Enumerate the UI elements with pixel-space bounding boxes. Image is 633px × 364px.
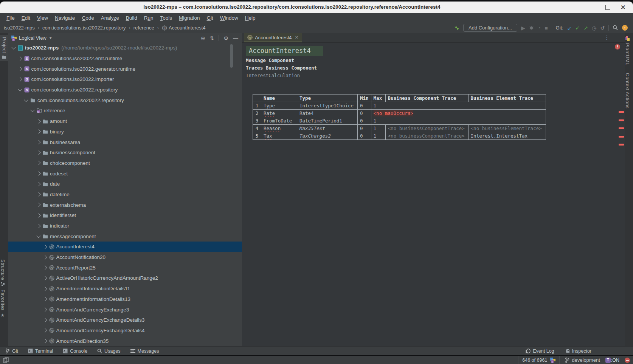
breadcrumb-item[interactable]: reference [133,25,154,31]
tree-scrollbar[interactable] [230,44,233,68]
table-cell[interactable]: 0 [358,102,371,110]
tree-item-messagecomponent[interactable]: messagecomponent [8,231,242,242]
chevron-down-icon[interactable]: ▼ [49,36,53,40]
tree-item-com.iconsolutions.iso20022.repository[interactable]: com.iconsolutions.iso20022.repository [8,95,242,105]
table-cell[interactable]: 1 [371,132,385,140]
chevron-right-icon[interactable] [36,182,40,186]
breadcrumb-item[interactable]: com.iconsolutions.iso20022.repository [42,25,126,31]
tree-item-date[interactable]: date [8,179,242,189]
tab-close-icon[interactable]: ✕ [295,35,299,40]
table-cell[interactable]: Type [261,102,297,110]
gear-icon[interactable]: ⚙ [223,35,228,41]
tree-item-datetime[interactable]: datetime [8,189,242,200]
tree-item-iso20022-mps[interactable]: iso20022-mps(/home/tomb/repos/iso20022-m… [8,43,242,53]
breadcrumb-item[interactable]: iso20022-mps [4,25,35,31]
chevron-right-icon[interactable] [43,287,47,291]
chevron-right-icon[interactable] [18,67,22,71]
chevron-right-icon[interactable] [43,245,47,249]
table-cell[interactable]: 0 [358,125,371,132]
tool-button-console[interactable]: Console [63,349,87,354]
chevron-right-icon[interactable] [43,266,47,270]
chevron-right-icon[interactable] [36,161,40,165]
chevron-right-icon[interactable] [43,255,47,259]
tab-options-kebab-icon[interactable]: ⋮ [604,34,610,40]
chevron-right-icon[interactable] [36,213,40,217]
editor-traced-component[interactable]: InterestCalculation [246,73,300,78]
menu-migration[interactable]: Migration [175,15,203,21]
chevron-right-icon[interactable] [36,130,40,134]
table-cell[interactable]: Reason [261,125,297,132]
chevron-right-icon[interactable] [43,328,47,333]
tree-item-amount[interactable]: amount [8,116,242,127]
hide-panel-icon[interactable]: — [233,35,238,41]
history-clock-icon[interactable]: ◷ [592,25,596,31]
git-update-icon[interactable]: ↙ [567,25,572,31]
error-stripe-mark[interactable] [619,136,624,138]
menu-analyze[interactable]: Analyze [98,15,123,21]
table-cell[interactable]: 1 [371,102,546,110]
chevron-right-icon[interactable] [43,297,47,301]
tree-item-codeset[interactable]: codeset [8,168,242,179]
minimize-button[interactable] [591,6,595,9]
tree-item-businessarea[interactable]: businessarea [8,137,242,147]
chevron-right-icon[interactable] [43,307,47,311]
tree-item-com.iconsolutions.iso20022.importer[interactable]: Scom.iconsolutions.iso20022.importer [8,74,242,85]
chevron-right-icon[interactable] [36,150,40,155]
menu-edit[interactable]: Edit [18,15,34,21]
tree-item-reference[interactable]: Mreference [8,105,242,116]
chevron-down-icon[interactable] [24,98,28,102]
tree-item-accountreport25[interactable]: NAccountReport25 [8,262,242,273]
profiler-icon[interactable]: ◔ [538,25,541,31]
tree-item-amountanddirection35[interactable]: NAmountAndDirection35 [8,336,242,346]
menu-window[interactable]: Window [217,15,242,21]
tool-button-event-log[interactable]: Event Log [526,349,554,354]
locate-icon[interactable]: ⊕ [201,35,205,41]
tree-item-com.iconsolutions.iso20022.emf.runtime[interactable]: Scom.iconsolutions.iso20022.emf.runtime [8,53,242,64]
table-cell[interactable]: Tax [261,132,297,140]
table-cell[interactable]: TaxCharges2 [297,132,358,140]
breadcrumb-item[interactable]: NAccountInterest4 [162,25,206,31]
editor-tab-accountinterest4[interactable]: N AccountInterest4 ✕ [244,33,302,42]
table-cell[interactable]: DateTimePeriod1 [297,117,358,125]
git-push-icon[interactable]: ↗ [583,25,588,31]
chevron-right-icon[interactable] [43,339,47,343]
error-stripe-mark[interactable] [619,127,624,129]
add-configuration-button[interactable]: Add Configuration... [463,24,517,32]
table-cell[interactable]: FromToDate [261,117,297,125]
chevron-down-icon[interactable] [18,87,22,91]
caret-position-segment[interactable]: 646 of 6961 DLS [518,356,560,364]
table-cell[interactable]: <no maxOccurs> [371,110,546,117]
git-commit-check-icon[interactable]: ✓ [576,25,580,31]
build-wrench-icon[interactable]: 🔧︎ [454,25,459,31]
table-cell[interactable]: 0 [358,110,371,117]
table-cell[interactable]: InterestType1Choice [297,102,358,110]
tree-item-com.iconsolutions.iso20022.repository[interactable]: Scom.iconsolutions.iso20022.repository [8,85,242,95]
tree-item-amendmentinformationdetails11[interactable]: NAmendmentInformationDetails11 [8,283,242,294]
error-stripe-mark[interactable] [619,111,624,113]
chevron-right-icon[interactable] [43,318,47,322]
tree-item-accountinterest4[interactable]: NAccountInterest4 [8,242,242,252]
table-cell[interactable]: 1 [371,117,546,125]
chevron-right-icon[interactable] [36,140,40,144]
tree-item-com.iconsolutions.iso20022.generator.runtime[interactable]: Scom.iconsolutions.iso20022.generator.ru… [8,64,242,74]
menu-navigate[interactable]: Navigate [51,15,78,21]
chevron-right-icon[interactable] [43,276,47,280]
table-cell[interactable]: 1 [371,125,385,132]
chevron-right-icon[interactable] [36,171,40,175]
tree-item-choicecomponent[interactable]: choicecomponent [8,158,242,169]
table-cell[interactable]: <no businessComponentTrace> [385,125,468,132]
menu-git[interactable]: Git [203,15,217,21]
chevron-right-icon[interactable] [36,203,40,207]
tree-item-amendmentinformationdetails13[interactable]: NAmendmentInformationDetails13 [8,294,242,305]
tool-tab-context-actions[interactable]: Context Actions [625,73,630,108]
table-cell[interactable]: Rate4 [297,110,358,117]
table-cell[interactable]: <no businessElementTrace> [468,125,546,132]
error-stripe-mark[interactable] [619,119,624,121]
menu-run[interactable]: Run [141,15,157,21]
tool-button-git[interactable]: Git [5,349,18,354]
close-button[interactable]: ✕ [621,5,625,10]
toolwindow-toggle-icon[interactable] [3,357,9,363]
table-cell[interactable]: <no businessComponentTrace> [385,132,468,140]
chevron-right-icon[interactable] [36,224,40,228]
tree-item-identifierset[interactable]: identifierset [8,210,242,221]
